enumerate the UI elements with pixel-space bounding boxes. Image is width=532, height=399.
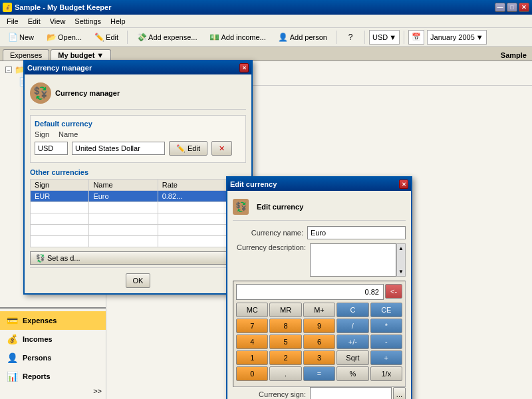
calc-3[interactable]: 3 [303, 350, 335, 365]
currency-name-input[interactable] [307, 226, 406, 239]
calc-plus[interactable]: + [370, 350, 402, 365]
row-rate: 0.82... [158, 191, 228, 202]
nav-reports[interactable]: 📊 Reports [0, 367, 106, 386]
calculator-grid: MC MR M+ C CE 7 8 9 / * 4 5 6 +/- - 1 [236, 303, 402, 381]
calc-c[interactable]: C [336, 303, 368, 317]
set-default-btn[interactable]: 💱 Set as d... [30, 251, 229, 265]
calc-minus[interactable]: - [370, 334, 402, 349]
edit-currency-content: 💱 Edit currency Currency name: Currency … [227, 191, 411, 399]
separator-2 [336, 31, 336, 44]
desc-scrollbar[interactable]: ▲ ▼ [396, 243, 406, 277]
calc-dot[interactable]: . [269, 366, 301, 381]
nav-expenses[interactable]: 💳 Expenses [0, 311, 106, 330]
calc-plusminus[interactable]: +/- [336, 334, 368, 349]
col-sign: Sign [31, 180, 89, 191]
table-row[interactable]: EUR Euro 0.82... [31, 191, 229, 202]
table-row-empty-4 [31, 236, 229, 247]
nav-buttons: 💳 Expenses 💰 Incomes 👤 Persons 📊 Reports… [0, 307, 106, 399]
calc-mplus[interactable]: M+ [303, 303, 335, 317]
menu-view[interactable]: View [46, 16, 70, 27]
calc-9[interactable]: 9 [303, 319, 335, 333]
add-expense-icon: 💸 [136, 32, 147, 43]
calc-8[interactable]: 8 [269, 319, 301, 333]
table-row-empty-1 [31, 202, 229, 213]
edit-currency-dialog[interactable]: Edit currency ✕ 💱 Edit currency Currency… [226, 176, 412, 399]
minimize-button[interactable]: — [495, 3, 505, 12]
edit-currency-close[interactable]: ✕ [399, 180, 408, 189]
edit-currency-header-label: Edit currency [257, 203, 303, 211]
currency-manager-header: 💱 Currency manager [30, 80, 246, 110]
tree-expand-car[interactable]: − [5, 66, 12, 73]
col-rate: Rate [158, 180, 228, 191]
other-currencies-label: Other currencies [30, 168, 246, 176]
nav-incomes[interactable]: 💰 Incomes [0, 330, 106, 348]
add-person-icon: 👤 [278, 32, 289, 43]
sign-input[interactable] [35, 142, 68, 155]
currency-manager-dialog[interactable]: Currency manager ✕ 💱 Currency manager De… [23, 60, 253, 295]
add-income-button[interactable]: 💵 Add income... [204, 30, 270, 45]
open-button[interactable]: 📂 Open... [41, 30, 86, 45]
currency-manager-close[interactable]: ✕ [239, 63, 249, 72]
calc-ce[interactable]: CE [370, 303, 402, 317]
currency-dropdown[interactable]: USD ▼ [369, 30, 400, 45]
delete-default-btn[interactable]: ✕ [211, 141, 232, 156]
menu-settings[interactable]: Settings [70, 16, 105, 27]
currency-manager-title: Currency manager [27, 64, 92, 72]
calc-4[interactable]: 4 [236, 334, 268, 349]
currency-sign-input[interactable] [310, 387, 392, 399]
reports-nav-label: Reports [23, 372, 51, 380]
date-dropdown-arrow: ▼ [476, 33, 483, 41]
window-controls: — □ ✕ [495, 3, 529, 12]
row-name: Euro [89, 191, 158, 202]
calc-1[interactable]: 1 [236, 350, 268, 365]
my-budget-tab[interactable]: My budget ▼ [51, 49, 111, 61]
close-button[interactable]: ✕ [519, 3, 529, 12]
calc-display: 0.82 [236, 284, 384, 300]
calc-0[interactable]: 0 [236, 366, 268, 381]
add-person-button[interactable]: 👤 Add person [273, 30, 332, 45]
currency-manager-content: 💱 Currency manager Default currency Sign… [25, 74, 251, 293]
calc-mc[interactable]: MC [236, 303, 268, 317]
backspace-btn[interactable]: <- [385, 284, 402, 299]
menu-file[interactable]: File [3, 16, 23, 27]
calc-mr[interactable]: MR [269, 303, 301, 317]
menu-edit[interactable]: Edit [24, 16, 45, 27]
calc-sqrt[interactable]: Sqrt [336, 350, 368, 365]
help-button[interactable]: ? [340, 30, 360, 45]
calculator-area: 0.82 <- MC MR M+ C CE 7 8 9 / * 4 5 [233, 281, 406, 387]
title-bar: 💰 Sample - My Budget Keeper — □ ✕ [0, 0, 532, 15]
calc-7[interactable]: 7 [236, 319, 268, 333]
calc-div[interactable]: / [336, 319, 368, 333]
new-button[interactable]: 📄 New [3, 30, 39, 45]
name-input[interactable] [72, 142, 165, 155]
currency-values-row: ✏️ Edit ✕ [35, 141, 241, 156]
calc-pct[interactable]: % [336, 366, 368, 381]
calc-2[interactable]: 2 [269, 350, 301, 365]
persons-nav-label: Persons [23, 354, 51, 362]
edit-currency-icon: 💱 [233, 199, 249, 215]
nav-persons[interactable]: 👤 Persons [0, 348, 106, 367]
persons-nav-icon: 👤 [5, 351, 19, 364]
default-currency-label: Default currency [35, 120, 241, 128]
date-dropdown[interactable]: January 2005 ▼ [427, 30, 487, 45]
expenses-tab: Expenses [3, 49, 49, 61]
currency-desc-input[interactable] [310, 243, 396, 277]
calendar-icon[interactable]: 📅 [408, 30, 424, 45]
help-icon: ? [345, 32, 356, 43]
calc-mul[interactable]: * [370, 319, 402, 333]
sign-label: Sign [35, 130, 55, 138]
sample-tab-label: Sample [495, 50, 532, 61]
calc-eq[interactable]: = [303, 366, 335, 381]
maximize-button[interactable]: □ [507, 3, 517, 12]
edit-default-btn[interactable]: ✏️ Edit [169, 141, 207, 156]
currency-sign-edit-btn[interactable]: ... [393, 387, 406, 399]
edit-button[interactable]: ✏️ Edit [89, 30, 123, 45]
calc-6[interactable]: 6 [303, 334, 335, 349]
ok-btn[interactable]: OK [126, 273, 151, 288]
calc-inv[interactable]: 1/x [370, 366, 402, 381]
nav-expand-btn[interactable]: >> [0, 386, 106, 396]
menu-help[interactable]: Help [106, 16, 130, 27]
add-expense-button[interactable]: 💸 Add expense... [132, 30, 201, 45]
incomes-nav-icon: 💰 [5, 332, 19, 346]
calc-5[interactable]: 5 [269, 334, 301, 349]
